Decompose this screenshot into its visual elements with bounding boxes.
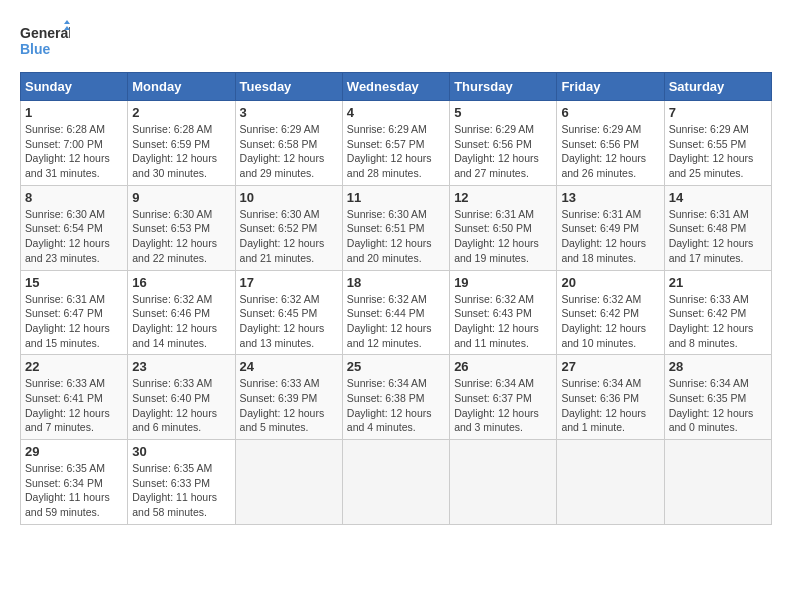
calendar-cell: 7 Sunrise: 6:29 AMSunset: 6:55 PMDayligh… [664,101,771,186]
weekday-thursday: Thursday [450,73,557,101]
calendar-cell [557,440,664,525]
calendar-cell: 29 Sunrise: 6:35 AMSunset: 6:34 PMDaylig… [21,440,128,525]
day-number: 11 [347,190,445,205]
calendar-cell: 12 Sunrise: 6:31 AMSunset: 6:50 PMDaylig… [450,185,557,270]
weekday-header-row: SundayMondayTuesdayWednesdayThursdayFrid… [21,73,772,101]
day-info: Sunrise: 6:32 AMSunset: 6:45 PMDaylight:… [240,292,338,351]
calendar-cell [342,440,449,525]
day-number: 10 [240,190,338,205]
day-info: Sunrise: 6:31 AMSunset: 6:49 PMDaylight:… [561,207,659,266]
day-info: Sunrise: 6:30 AMSunset: 6:54 PMDaylight:… [25,207,123,266]
day-info: Sunrise: 6:32 AMSunset: 6:42 PMDaylight:… [561,292,659,351]
day-info: Sunrise: 6:30 AMSunset: 6:53 PMDaylight:… [132,207,230,266]
day-number: 4 [347,105,445,120]
calendar-cell: 20 Sunrise: 6:32 AMSunset: 6:42 PMDaylig… [557,270,664,355]
svg-marker-2 [64,20,70,24]
calendar-cell: 24 Sunrise: 6:33 AMSunset: 6:39 PMDaylig… [235,355,342,440]
calendar-cell: 22 Sunrise: 6:33 AMSunset: 6:41 PMDaylig… [21,355,128,440]
day-number: 17 [240,275,338,290]
calendar-week-2: 8 Sunrise: 6:30 AMSunset: 6:54 PMDayligh… [21,185,772,270]
calendar-week-3: 15 Sunrise: 6:31 AMSunset: 6:47 PMDaylig… [21,270,772,355]
calendar-cell [450,440,557,525]
day-info: Sunrise: 6:29 AMSunset: 6:58 PMDaylight:… [240,122,338,181]
logo: General Blue [20,20,70,62]
day-info: Sunrise: 6:34 AMSunset: 6:36 PMDaylight:… [561,376,659,435]
day-info: Sunrise: 6:31 AMSunset: 6:50 PMDaylight:… [454,207,552,266]
day-info: Sunrise: 6:33 AMSunset: 6:40 PMDaylight:… [132,376,230,435]
weekday-tuesday: Tuesday [235,73,342,101]
day-number: 1 [25,105,123,120]
day-number: 22 [25,359,123,374]
day-number: 2 [132,105,230,120]
calendar-cell: 3 Sunrise: 6:29 AMSunset: 6:58 PMDayligh… [235,101,342,186]
page-header: General Blue [20,20,772,62]
day-number: 24 [240,359,338,374]
day-info: Sunrise: 6:29 AMSunset: 6:55 PMDaylight:… [669,122,767,181]
calendar-cell: 30 Sunrise: 6:35 AMSunset: 6:33 PMDaylig… [128,440,235,525]
calendar-week-1: 1 Sunrise: 6:28 AMSunset: 7:00 PMDayligh… [21,101,772,186]
day-info: Sunrise: 6:30 AMSunset: 6:52 PMDaylight:… [240,207,338,266]
calendar-cell: 1 Sunrise: 6:28 AMSunset: 7:00 PMDayligh… [21,101,128,186]
calendar-cell: 28 Sunrise: 6:34 AMSunset: 6:35 PMDaylig… [664,355,771,440]
day-number: 13 [561,190,659,205]
weekday-sunday: Sunday [21,73,128,101]
day-number: 18 [347,275,445,290]
day-number: 29 [25,444,123,459]
day-info: Sunrise: 6:29 AMSunset: 6:57 PMDaylight:… [347,122,445,181]
day-info: Sunrise: 6:34 AMSunset: 6:35 PMDaylight:… [669,376,767,435]
day-info: Sunrise: 6:33 AMSunset: 6:42 PMDaylight:… [669,292,767,351]
day-info: Sunrise: 6:29 AMSunset: 6:56 PMDaylight:… [454,122,552,181]
calendar-cell: 8 Sunrise: 6:30 AMSunset: 6:54 PMDayligh… [21,185,128,270]
calendar-cell: 21 Sunrise: 6:33 AMSunset: 6:42 PMDaylig… [664,270,771,355]
calendar-cell [664,440,771,525]
calendar-cell: 17 Sunrise: 6:32 AMSunset: 6:45 PMDaylig… [235,270,342,355]
calendar-cell: 13 Sunrise: 6:31 AMSunset: 6:49 PMDaylig… [557,185,664,270]
day-info: Sunrise: 6:34 AMSunset: 6:37 PMDaylight:… [454,376,552,435]
day-number: 5 [454,105,552,120]
calendar-cell: 6 Sunrise: 6:29 AMSunset: 6:56 PMDayligh… [557,101,664,186]
calendar-cell: 23 Sunrise: 6:33 AMSunset: 6:40 PMDaylig… [128,355,235,440]
calendar-cell: 18 Sunrise: 6:32 AMSunset: 6:44 PMDaylig… [342,270,449,355]
svg-text:General: General [20,25,70,41]
calendar-cell: 10 Sunrise: 6:30 AMSunset: 6:52 PMDaylig… [235,185,342,270]
calendar-cell: 5 Sunrise: 6:29 AMSunset: 6:56 PMDayligh… [450,101,557,186]
day-number: 12 [454,190,552,205]
calendar-cell: 2 Sunrise: 6:28 AMSunset: 6:59 PMDayligh… [128,101,235,186]
calendar-cell: 15 Sunrise: 6:31 AMSunset: 6:47 PMDaylig… [21,270,128,355]
weekday-friday: Friday [557,73,664,101]
day-number: 25 [347,359,445,374]
day-number: 3 [240,105,338,120]
day-number: 21 [669,275,767,290]
calendar-week-4: 22 Sunrise: 6:33 AMSunset: 6:41 PMDaylig… [21,355,772,440]
calendar-cell: 14 Sunrise: 6:31 AMSunset: 6:48 PMDaylig… [664,185,771,270]
day-number: 6 [561,105,659,120]
day-number: 20 [561,275,659,290]
day-number: 26 [454,359,552,374]
day-info: Sunrise: 6:32 AMSunset: 6:43 PMDaylight:… [454,292,552,351]
svg-text:Blue: Blue [20,41,51,57]
calendar-cell [235,440,342,525]
calendar-cell: 19 Sunrise: 6:32 AMSunset: 6:43 PMDaylig… [450,270,557,355]
calendar-body: 1 Sunrise: 6:28 AMSunset: 7:00 PMDayligh… [21,101,772,525]
day-number: 28 [669,359,767,374]
weekday-saturday: Saturday [664,73,771,101]
calendar-cell: 4 Sunrise: 6:29 AMSunset: 6:57 PMDayligh… [342,101,449,186]
day-number: 19 [454,275,552,290]
day-info: Sunrise: 6:34 AMSunset: 6:38 PMDaylight:… [347,376,445,435]
day-info: Sunrise: 6:31 AMSunset: 6:47 PMDaylight:… [25,292,123,351]
day-number: 8 [25,190,123,205]
day-number: 14 [669,190,767,205]
weekday-wednesday: Wednesday [342,73,449,101]
day-info: Sunrise: 6:32 AMSunset: 6:44 PMDaylight:… [347,292,445,351]
calendar-cell: 11 Sunrise: 6:30 AMSunset: 6:51 PMDaylig… [342,185,449,270]
day-info: Sunrise: 6:33 AMSunset: 6:41 PMDaylight:… [25,376,123,435]
day-info: Sunrise: 6:28 AMSunset: 7:00 PMDaylight:… [25,122,123,181]
day-number: 16 [132,275,230,290]
weekday-monday: Monday [128,73,235,101]
calendar-cell: 27 Sunrise: 6:34 AMSunset: 6:36 PMDaylig… [557,355,664,440]
day-info: Sunrise: 6:35 AMSunset: 6:33 PMDaylight:… [132,461,230,520]
calendar-cell: 9 Sunrise: 6:30 AMSunset: 6:53 PMDayligh… [128,185,235,270]
day-info: Sunrise: 6:33 AMSunset: 6:39 PMDaylight:… [240,376,338,435]
day-number: 15 [25,275,123,290]
calendar-cell: 16 Sunrise: 6:32 AMSunset: 6:46 PMDaylig… [128,270,235,355]
